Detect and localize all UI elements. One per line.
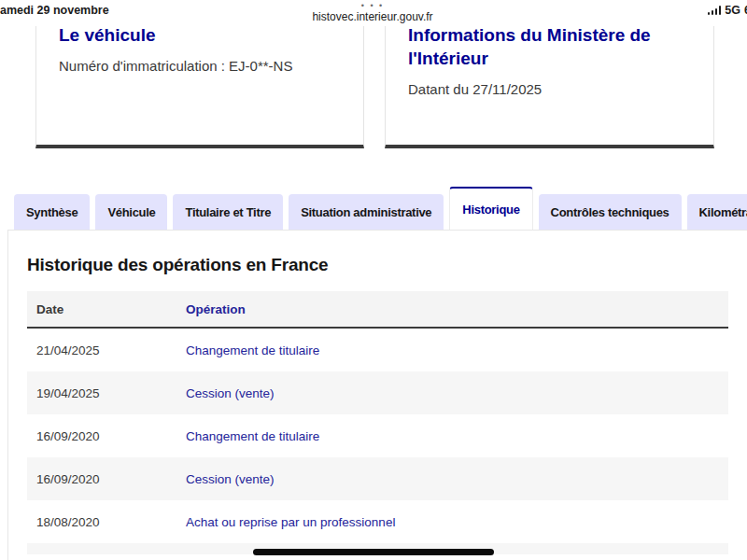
ministry-card-title: Informations du Ministère de l'Intérieur bbox=[408, 26, 691, 70]
operation-date: 16/09/2020 bbox=[27, 472, 186, 486]
home-indicator[interactable] bbox=[253, 549, 494, 555]
table-row: 18/08/2020Achat ou reprise par un profes… bbox=[27, 500, 728, 543]
tab-bar: SynthèseVéhiculeTitulaire et TitreSituat… bbox=[14, 187, 747, 230]
operations-table: Date Opération 21/04/2025Changement de t… bbox=[27, 291, 728, 554]
table-row: 16/09/2020Cession (vente) bbox=[27, 457, 728, 500]
operation-date: 18/08/2020 bbox=[27, 515, 186, 529]
status-bar: samedi 29 novembre • • • histovec.interi… bbox=[0, 0, 747, 26]
operation-date: 16/09/2020 bbox=[27, 429, 186, 443]
tab-situation-administrative[interactable]: Situation administrative bbox=[289, 194, 444, 230]
operation-date: 19/04/2025 bbox=[27, 386, 186, 400]
tab-titulaire-et-titre[interactable]: Titulaire et Titre bbox=[173, 194, 283, 230]
tab-v-hicule[interactable]: Véhicule bbox=[95, 194, 167, 230]
operation-label: Changement de titulaire bbox=[186, 343, 728, 357]
vehicle-card: Le véhicule Numéro d'immatriculation : E… bbox=[35, 26, 364, 148]
address-url[interactable]: histovec.interieur.gouv.fr bbox=[312, 10, 432, 23]
tab-synth-se[interactable]: Synthèse bbox=[14, 194, 90, 230]
status-date: samedi 29 novembre bbox=[0, 4, 109, 17]
table-row: 21/04/2025Changement de titulaire bbox=[27, 329, 728, 371]
tab-historique[interactable]: Historique bbox=[449, 187, 532, 230]
table-header-row: Date Opération bbox=[27, 291, 728, 329]
operation-label: Cession (vente) bbox=[186, 472, 728, 486]
operation-label: Cession (vente) bbox=[186, 386, 728, 400]
page-title: Historique des opérations en France bbox=[27, 255, 747, 275]
operation-label: Achat ou reprise par un professionnel bbox=[186, 515, 728, 529]
table-row: 16/09/2020Changement de titulaire bbox=[27, 414, 728, 457]
table-row: 19/04/2025Cession (vente) bbox=[27, 371, 728, 414]
cellular-signal-icon bbox=[708, 6, 722, 17]
histovec-page: samedi 29 novembre • • • histovec.interi… bbox=[0, 0, 747, 560]
column-header-date: Date bbox=[27, 302, 186, 316]
network-type: 5G bbox=[725, 4, 740, 17]
more-dots-icon[interactable]: • • • bbox=[312, 2, 432, 9]
operation-label: Changement de titulaire bbox=[186, 429, 728, 443]
column-header-operation: Opération bbox=[186, 302, 728, 316]
historique-panel: Historique des opérations en France Date… bbox=[7, 230, 747, 560]
tab-contr-les-techniques[interactable]: Contrôles techniques bbox=[539, 194, 682, 230]
operation-date: 21/04/2025 bbox=[27, 343, 186, 357]
data-date: Datant du 27/11/2025 bbox=[408, 81, 691, 97]
tab-kilom-trage[interactable]: Kilométrage bbox=[687, 194, 747, 230]
registration-number: Numéro d'immatriculation : EJ-0**-NS bbox=[59, 58, 341, 74]
ministry-info-card: Informations du Ministère de l'Intérieur… bbox=[385, 26, 714, 148]
vehicle-card-title: Le véhicule bbox=[59, 26, 341, 47]
